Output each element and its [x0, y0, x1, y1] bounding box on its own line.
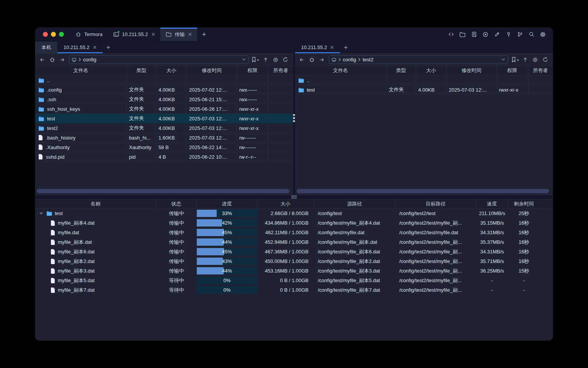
- close-tab-icon[interactable]: [188, 33, 192, 36]
- transfer-target-path: /config/test2/test/myfile.dat: [399, 230, 458, 235]
- collapse-chevron-icon[interactable]: [38, 212, 44, 215]
- path-dropdown-icon[interactable]: [501, 57, 506, 62]
- file-row[interactable]: sshd.pidpid4 B2025-06-22 10:...rw-r--r--: [35, 152, 293, 162]
- transfer-row[interactable]: myfile_副本4.dat传输中42%434.86MB / 1.00GB/co…: [35, 218, 553, 228]
- column-header[interactable]: 所有者: [528, 66, 553, 75]
- file-row[interactable]: test2文件夹4.00KB2025-07-03 12:...rwxr-xr-x: [35, 123, 293, 133]
- file-name-cell: .bash_history: [35, 133, 127, 142]
- settings-icon: [540, 31, 546, 38]
- panel-tab-本机[interactable]: 本机: [35, 41, 57, 53]
- upload-button[interactable]: [261, 55, 270, 64]
- bookmark-button[interactable]: [251, 55, 260, 64]
- panel-tab-10.211.55.2[interactable]: 10.211.55.2: [57, 41, 103, 53]
- path-separator-icon: [358, 58, 361, 62]
- column-header[interactable]: 源路径: [314, 199, 395, 208]
- transfer-row[interactable]: myfile_副本3.dat传输中44%453.16MB / 1.00GB/co…: [35, 266, 553, 276]
- forward-button[interactable]: [317, 55, 327, 64]
- horizontal-scrollbar-thumb[interactable]: [37, 189, 289, 193]
- refresh-button[interactable]: [281, 55, 290, 64]
- transfer-row[interactable]: myfile_副本7.dat等待中0%0 B / 1.00GB/config/t…: [35, 285, 553, 295]
- file-row[interactable]: test文件夹4.00KB2025-07-03 12:...rwxr-xr-x: [295, 85, 553, 95]
- file-row[interactable]: .bash_historybash_hi...1.60KB2025-07-03 …: [35, 133, 293, 143]
- file-row[interactable]: ..: [35, 76, 293, 85]
- file-row[interactable]: test文件夹4.00KB2025-07-03 12:...rwxr-xr-x: [35, 114, 293, 123]
- close-window-button[interactable]: [43, 32, 48, 37]
- close-tab-icon[interactable]: [152, 33, 155, 36]
- transfer-size-cell: 434.86MB / 1.00GB: [257, 218, 314, 228]
- bookmark-button[interactable]: [511, 55, 520, 64]
- file-row[interactable]: .ssh文件夹4.00KB2025-06-21 15:...rwx------: [35, 95, 293, 104]
- file-owner-cell: [268, 85, 293, 94]
- home-button[interactable]: [47, 55, 57, 64]
- search-button[interactable]: [527, 30, 536, 39]
- column-header[interactable]: 进度: [197, 199, 257, 208]
- horizontal-scrollbar-thumb[interactable]: [297, 189, 549, 193]
- column-header[interactable]: 类型: [127, 66, 156, 75]
- maximize-window-button[interactable]: [59, 32, 64, 37]
- app-tab-session[interactable]: 10.211.55.2: [108, 28, 161, 41]
- column-header[interactable]: 权限: [497, 66, 528, 75]
- column-header[interactable]: 所有者: [268, 66, 293, 75]
- close-tab-icon[interactable]: [330, 46, 334, 49]
- path-input[interactable]: configtest2: [329, 55, 509, 64]
- file-row[interactable]: ssh_host_keys文件夹4.00KB2025-06-26 17:...r…: [35, 104, 293, 114]
- refresh-button[interactable]: [541, 55, 550, 64]
- path-dropdown-icon[interactable]: [242, 57, 246, 62]
- back-button[interactable]: [38, 55, 47, 64]
- column-header[interactable]: 大小: [416, 66, 447, 75]
- panel-tab-10.211.55.2[interactable]: 10.211.55.2: [295, 41, 340, 53]
- file-row[interactable]: .XauthorityXauthority58 B2025-06-22 14:.…: [35, 143, 293, 152]
- log-button[interactable]: [469, 30, 479, 39]
- column-header[interactable]: 速度: [476, 199, 508, 208]
- transfer-row[interactable]: myfile.dat传输中45%462.11MB / 1.00GB/config…: [35, 228, 553, 237]
- transfer-row[interactable]: myfile_副本6.dat传输中45%467.36MB / 1.00GB/co…: [35, 247, 553, 256]
- file-size: 4.00KB: [158, 125, 175, 131]
- transfer-size: 452.94MB / 1.00GB: [265, 239, 309, 245]
- transfer-row[interactable]: myfile_副本.dat传输中44%452.94MB / 1.00GB/con…: [35, 237, 553, 247]
- column-header[interactable]: 文件名: [35, 66, 127, 75]
- transfer-progress-cell: 44%: [197, 237, 257, 247]
- panel-new-tab-button[interactable]: +: [103, 41, 114, 53]
- transfer-horizontal-splitter[interactable]: [35, 195, 553, 199]
- close-tab-icon[interactable]: [93, 46, 96, 49]
- transfer-row[interactable]: test传输中33%2.66GB / 8.00GB/config/test/co…: [35, 209, 553, 218]
- upload-button[interactable]: [521, 55, 530, 64]
- path-input[interactable]: config: [69, 55, 249, 64]
- edit-button[interactable]: [492, 30, 501, 39]
- transfer-size: 450.00MB / 1.00GB: [265, 258, 309, 264]
- minimize-window-button[interactable]: [51, 32, 56, 37]
- file-row[interactable]: ..: [295, 76, 553, 85]
- column-header[interactable]: 剩余时间: [508, 199, 540, 208]
- folder-button[interactable]: [458, 30, 467, 39]
- column-header[interactable]: 名称: [35, 199, 156, 208]
- column-header[interactable]: 修改时间: [447, 66, 497, 75]
- file-size: 4.00KB: [418, 87, 435, 93]
- column-header[interactable]: 大小: [257, 199, 314, 208]
- key-button[interactable]: [504, 30, 513, 39]
- column-header[interactable]: 权限: [237, 66, 268, 75]
- column-header[interactable]: 状态: [156, 199, 197, 208]
- file-row[interactable]: .config文件夹4.00KB2025-07-02 12:...rwx----…: [35, 85, 293, 95]
- column-header[interactable]: 大小: [156, 66, 187, 75]
- column-header[interactable]: 文件名: [295, 66, 387, 75]
- progress-bar: 44%: [197, 238, 257, 246]
- panel-new-tab-button[interactable]: +: [340, 41, 351, 53]
- settings-button[interactable]: [538, 30, 547, 39]
- show-hidden-button[interactable]: [531, 55, 540, 64]
- branch-button[interactable]: [515, 30, 524, 39]
- record-button[interactable]: [481, 30, 490, 39]
- transfer-row[interactable]: myfile_副本5.dat等待中0%0 B / 1.00GB/config/t…: [35, 276, 553, 285]
- code-button[interactable]: [446, 30, 456, 39]
- transfer-remaining-time-cell: 16秒: [508, 237, 540, 247]
- column-header[interactable]: 修改时间: [187, 66, 237, 75]
- back-button[interactable]: [297, 55, 307, 64]
- column-header[interactable]: 类型: [387, 66, 416, 75]
- home-button[interactable]: [307, 55, 317, 64]
- show-hidden-button[interactable]: [271, 55, 280, 64]
- app-tab-termora[interactable]: Termora: [70, 28, 108, 41]
- column-header[interactable]: 目标路径: [395, 199, 476, 208]
- transfer-row[interactable]: myfile_副本2.dat传输中43%450.00MB / 1.00GB/co…: [35, 256, 553, 266]
- forward-button[interactable]: [57, 55, 67, 64]
- app-tab-transfer[interactable]: 传输: [160, 28, 197, 41]
- new-tab-button[interactable]: +: [197, 28, 211, 41]
